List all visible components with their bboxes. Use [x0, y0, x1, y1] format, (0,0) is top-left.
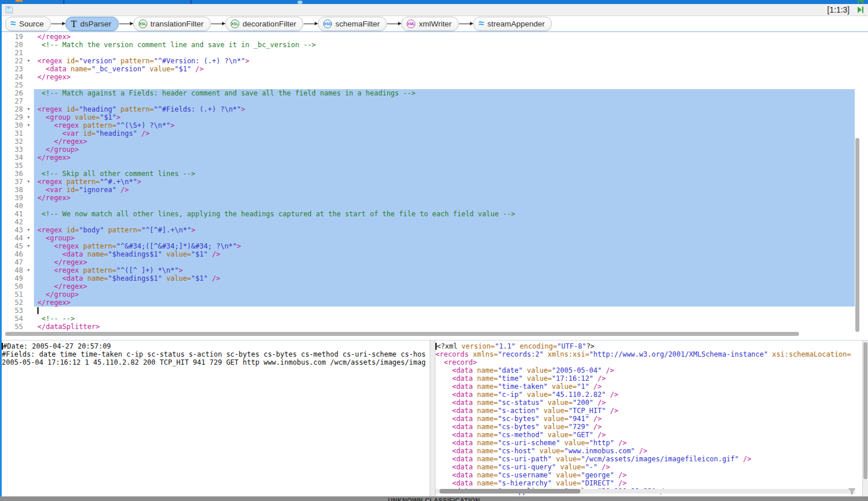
fold-toggle-icon[interactable]: ▾ — [23, 242, 34, 250]
code-token: "records:2" — [498, 350, 543, 358]
code-token: name= — [477, 399, 498, 407]
line-content — [34, 218, 855, 226]
code-token — [435, 407, 452, 415]
pipeline-element-schemaFilter[interactable]: XSDschemaFilter — [318, 17, 387, 31]
line-gutter: 24 — [2, 73, 34, 81]
fold-spacer — [23, 186, 34, 194]
output-horizontal-scrollbar[interactable] — [439, 489, 580, 494]
code-token: "^([^ ]+) *\n*" — [116, 266, 178, 274]
fold-toggle-icon[interactable]: ▾ — [23, 105, 34, 113]
save-button[interactable] — [5, 5, 14, 14]
code-token: value= — [556, 471, 581, 479]
line-content: </group> — [34, 290, 855, 299]
code-line: 51 </group> — [2, 290, 855, 299]
code-token: /> — [212, 274, 220, 282]
code-line: 42 — [2, 218, 855, 226]
line-number: 41 — [2, 210, 23, 218]
code-token: "version" — [79, 57, 116, 65]
code-token: <group — [45, 113, 70, 121]
code-token — [67, 65, 71, 73]
code-token — [594, 431, 598, 439]
output-line: <data name="time" value="17:16:12" /> — [435, 374, 868, 383]
line-gutter: 35 — [2, 162, 34, 170]
fold-spacer — [23, 137, 34, 146]
code-token: "$1" — [100, 113, 116, 121]
dsparser-code-editor[interactable]: 19</regex>20 <!-- Match the version comm… — [2, 33, 868, 339]
code-line: 54 <!-- --> — [2, 315, 855, 323]
line-gutter: 37▾ — [2, 178, 34, 186]
line-content: <regex pattern="^([^ ]+) *\n*"> — [34, 266, 855, 274]
fold-toggle-icon[interactable]: ▾ — [23, 121, 34, 129]
line-number: 20 — [2, 41, 23, 49]
code-token — [37, 266, 54, 274]
output-vertical-scrollbar[interactable] — [863, 342, 867, 479]
line-number: 37 — [2, 178, 23, 186]
pipeline-element-dsParser[interactable]: TdsParser — [66, 17, 118, 31]
input-line: 2005-05-04 17:16:12 1 45.110.2.82 200 TC… — [2, 358, 430, 366]
code-line: 38 <var id="ignorea" /> — [2, 186, 855, 194]
output-line: <data name="sc-bytes" value="941" /> — [435, 415, 868, 423]
line-number: 19 — [2, 33, 23, 41]
line-number: 53 — [2, 307, 23, 315]
code-token: "^#Fields: (.+) ?\n*" — [154, 105, 241, 113]
xml-icon: XML — [407, 20, 415, 28]
code-token: <data — [452, 366, 473, 374]
input-data-pane[interactable]: #Date: 2005-04-27 20:57:09#Fields: date … — [2, 341, 430, 497]
output-line: <data name="cs-uri-scheme" value="http" … — [435, 439, 868, 447]
code-token — [556, 463, 560, 471]
line-content — [34, 49, 855, 57]
code-token — [540, 423, 544, 431]
code-token — [435, 423, 452, 431]
line-content: <data name="$headings$1" value="$1" /> — [34, 274, 855, 282]
code-token: xmlns:xsi= — [548, 350, 589, 358]
pipeline-element-translationFilter[interactable]: XSLtranslationFilter — [133, 17, 211, 31]
code-token — [614, 439, 618, 447]
step-backward-button[interactable] — [855, 0, 866, 5]
line-content: </regex> — [34, 33, 855, 41]
code-token: </regex> — [37, 299, 71, 307]
fold-toggle-icon[interactable]: ▾ — [23, 57, 34, 65]
pipeline-element-Source[interactable]: ≈Source — [5, 17, 51, 31]
pane-divider[interactable] — [430, 341, 435, 497]
pipeline-element-xmlWriter[interactable]: XMLxmlWriter — [402, 17, 458, 31]
code-token — [37, 65, 45, 73]
editor-horizontal-scrollbar[interactable] — [5, 332, 799, 336]
code-token: > — [237, 242, 241, 250]
code-token: /> — [618, 439, 626, 447]
fold-spacer — [23, 307, 34, 315]
code-token: name= — [87, 274, 108, 282]
pipeline-element-streamAppender[interactable]: ≈streamAppender — [473, 17, 552, 31]
fold-toggle-icon[interactable]: ▾ — [23, 178, 34, 186]
code-token: pattern= — [121, 105, 154, 113]
code-token: /> — [594, 423, 602, 431]
code-token — [62, 186, 66, 194]
fold-toggle-icon[interactable]: ▾ — [23, 234, 34, 242]
fold-toggle-icon[interactable]: ▾ — [23, 113, 34, 121]
line-gutter: 51 — [2, 290, 34, 299]
step-forward-button[interactable] — [855, 5, 866, 14]
line-content: <!-- Match against a Fields: header comm… — [34, 89, 855, 97]
code-token: > — [116, 113, 120, 121]
line-number: 31 — [2, 129, 23, 137]
line-gutter: 40 — [2, 202, 34, 210]
code-token: "cs-host" — [498, 447, 535, 455]
code-token — [435, 383, 452, 391]
code-line: 26 <!-- Match against a Fields: header c… — [2, 89, 855, 97]
code-token: id= — [67, 57, 79, 65]
line-content — [34, 162, 855, 170]
pipeline-element-decorationFilter[interactable]: XSLdecorationFilter — [225, 17, 303, 31]
editor-vertical-scrollbar[interactable] — [855, 138, 859, 332]
code-token — [79, 266, 83, 274]
code-token: </regex> — [37, 154, 71, 162]
text-parser-icon: T — [71, 19, 77, 29]
line-number: 45 — [2, 242, 23, 250]
fold-toggle-icon[interactable]: ▾ — [23, 266, 34, 274]
fold-toggle-icon[interactable]: ▾ — [23, 226, 34, 234]
filter-funnel-icon[interactable] — [848, 488, 855, 496]
code-line: 55</dataSplitter> — [2, 323, 855, 331]
code-token: pattern= — [108, 226, 142, 234]
output-data-pane[interactable]: <?xml version="1.1" encoding="UTF-8"?><r… — [435, 341, 868, 497]
code-token: xsi:schemaLocation= — [772, 350, 851, 358]
line-gutter: 44▾ — [2, 234, 34, 242]
line-number: 51 — [2, 290, 23, 299]
